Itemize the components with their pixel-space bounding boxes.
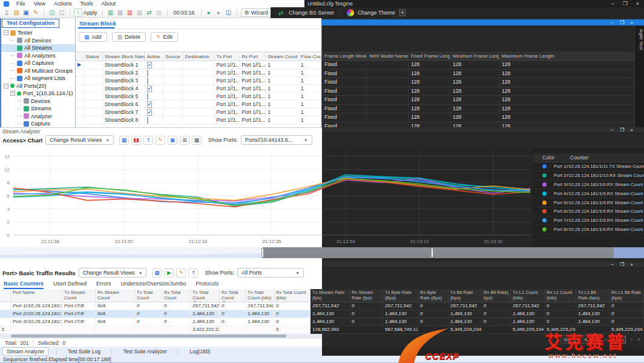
edit-button[interactable]: ✎Edit xyxy=(151,32,178,42)
column-header[interactable]: Frame Length Mode xyxy=(322,52,367,60)
table-row[interactable]: Fixed128128128 xyxy=(322,96,634,105)
close-button[interactable]: × xyxy=(636,1,639,7)
release-ports-icon[interactable]: ▥ xyxy=(126,8,134,17)
legend-row[interactable]: Port 3//10.26.124.181/1/9.RX Stream Coun… xyxy=(533,181,644,190)
export-icon[interactable]: ⇑ xyxy=(143,136,153,145)
tree-item-all-multicast-groups[interactable]: All Multicast Groups xyxy=(1,67,75,75)
column-header[interactable]: Rx L1 Count (bits) xyxy=(545,289,576,302)
column-header[interactable]: Tx Byte Rate (Bps) xyxy=(383,289,418,302)
minimize-button[interactable]: − xyxy=(611,262,614,267)
maximize-button[interactable]: ❐ xyxy=(620,127,624,133)
tree-item-streams[interactable]: Streams xyxy=(1,105,75,113)
table-row[interactable]: StreamBlock 3Port 1//1...Port 1//1...11 xyxy=(76,77,321,85)
save-icon[interactable]: ▣ xyxy=(22,8,30,17)
last-page-button[interactable]: » xyxy=(637,336,640,342)
checkbox-unchecked[interactable] xyxy=(147,70,148,76)
tab-usert-defined[interactable]: Usert Defined xyxy=(53,281,87,289)
column-header[interactable]: Tx Bit Rate (bps) xyxy=(448,289,482,302)
table-row[interactable]: StreamBlock 4✔Port 1//1...Port 1//1...11 xyxy=(76,85,321,93)
tree-item-analyzer[interactable]: Analyzer xyxy=(1,113,75,121)
tree-item-capture[interactable]: Capture xyxy=(1,120,75,128)
checkbox-unchecked[interactable] xyxy=(147,93,148,100)
page-number-input[interactable] xyxy=(611,336,626,344)
tree-item-all-analyzers[interactable]: All Analyzers xyxy=(1,52,75,60)
column-header[interactable]: Rx L1 Bit Rate (bps) xyxy=(610,289,644,302)
clear-icon[interactable]: ✎ xyxy=(176,268,186,278)
column-header[interactable]: Tx Total Count xyxy=(135,289,162,302)
minimize-button[interactable]: − xyxy=(611,1,614,7)
change-result-views-dropdown[interactable]: Change Result Views▼ xyxy=(45,135,114,145)
table-row[interactable]: Fixed128128128 xyxy=(322,87,634,96)
table-row[interactable]: Port 2//10.26.124.181/1/2Port //7/8N/A00… xyxy=(0,310,644,318)
expander-icon[interactable]: − xyxy=(4,84,8,88)
legend-row[interactable]: Port 1//10.26.124.181/1/11.TX Stream Cou… xyxy=(533,162,644,172)
table-row[interactable]: StreamBlock 8Port 1//1...Port 1//1...11 xyxy=(76,116,321,124)
page-size-select[interactable]: 0/page▼ xyxy=(560,335,592,344)
tab-stream-block[interactable]: Stream Block xyxy=(79,20,116,27)
chart-view-icon[interactable]: ▦ xyxy=(119,136,129,145)
table-row[interactable]: Fixed128128128 xyxy=(322,70,634,79)
checkbox-unchecked[interactable] xyxy=(147,117,148,124)
menu-tools[interactable]: Tools xyxy=(80,1,93,7)
tree-item-all-devices[interactable]: All Devices xyxy=(1,37,75,45)
column-header[interactable]: Minimum Frame Length xyxy=(450,52,499,60)
change-result-views-dropdown[interactable]: Change Result Views▼ xyxy=(79,268,147,278)
new-file-icon[interactable]: ▯ xyxy=(2,8,11,17)
tree-item-all-streams[interactable]: All Streams xyxy=(1,44,75,52)
table-row[interactable]: StreamBlock 5Port 1//1...Port 1//1...11 xyxy=(76,93,321,101)
legend-row[interactable]: Port 7//10.26.124.181/1/9.RX Stream Coun… xyxy=(533,216,644,225)
table-row[interactable]: ▶StreamBlock 1✔Port 1//1...Port 1//1...1… xyxy=(76,61,321,69)
column-header[interactable]: Rx Total Count (Bytes) xyxy=(220,289,246,302)
column-header[interactable]: Source xyxy=(163,52,183,61)
table-row[interactable]: Fixed128128128 xyxy=(322,105,634,114)
tree-item-all-captures[interactable]: All Captures xyxy=(1,59,75,67)
tab-protocols[interactable]: Protocols xyxy=(196,281,219,289)
maximize-button[interactable]: ❐ xyxy=(620,20,624,25)
status-tab-test-suite-analyzer[interactable]: Test Suite Analyzer xyxy=(120,348,171,355)
minimize-button[interactable]: − xyxy=(611,20,614,25)
tree-item-tester[interactable]: −Tester xyxy=(1,29,75,37)
maximize-button[interactable]: ❐ xyxy=(620,262,624,267)
connect-server-icon[interactable]: ◫ xyxy=(48,8,56,17)
column-header[interactable]: Flow Count xyxy=(299,52,321,61)
column-header[interactable]: Tx Stream Count xyxy=(62,289,96,302)
start-arm-icon[interactable]: ▸ xyxy=(205,8,214,17)
apply-icon[interactable]: ↑ xyxy=(74,8,82,17)
clear-icon[interactable]: ✎ xyxy=(156,136,165,145)
table-row[interactable]: StreamBlock 2Port 1//1...Port 1//1...11 xyxy=(76,69,321,77)
scrubber-handle-right[interactable] xyxy=(431,248,433,258)
close-button[interactable]: × xyxy=(630,20,633,25)
disconnect-server-icon[interactable]: ◫ xyxy=(58,8,66,17)
ports-dropdown[interactable]: Ports//10.44143.6...▼ xyxy=(241,135,312,145)
stop-arm-icon[interactable]: ▸ xyxy=(215,8,223,17)
ports-b-icon[interactable]: ▥ xyxy=(136,8,144,17)
change-theme-button[interactable]: Change Theme xyxy=(358,10,395,16)
grid-icon[interactable]: ▦ xyxy=(192,136,202,145)
tree-item-devices[interactable]: Devices xyxy=(1,98,75,105)
legend-row[interactable]: Port 4//10.26.124.181/1/9.RX Stream Coun… xyxy=(533,189,644,198)
tab-errors[interactable]: Errors xyxy=(96,281,111,289)
ports-a-icon[interactable]: ▥ xyxy=(116,8,125,17)
column-header[interactable]: Status xyxy=(84,52,103,61)
checkbox-checked[interactable]: ✔ xyxy=(147,109,153,116)
apply-button[interactable]: Apply xyxy=(84,10,97,16)
expander-icon[interactable]: − xyxy=(10,91,15,96)
menu-view[interactable]: View xyxy=(34,1,45,7)
column-header[interactable]: Destination xyxy=(183,52,215,61)
table-row[interactable]: Port 3//10.26.124.181/1/3Port //7/8N/A00… xyxy=(0,318,644,326)
menu-actions[interactable]: Actions xyxy=(54,1,72,7)
tab-test-configuration[interactable]: Test Configuration xyxy=(2,19,59,28)
table-row[interactable]: Fixed128128128 xyxy=(322,61,634,70)
swap-ports-icon[interactable]: ⇄ xyxy=(145,8,154,17)
change-theme-dropdown[interactable]: ▾ xyxy=(399,9,406,16)
minimize-button[interactable]: − xyxy=(611,127,614,133)
table-row[interactable]: StreamBlock 6✔Port 1//1...Port 1//1...11 xyxy=(76,101,321,108)
ports-dropdown[interactable]: All Ports▼ xyxy=(237,268,304,278)
column-header[interactable]: Tx Stream Rate (fps) xyxy=(310,289,350,302)
column-header[interactable]: Tx Total Count (bits) xyxy=(246,289,274,302)
expander-icon[interactable]: − xyxy=(4,30,8,35)
next-page-button[interactable]: › xyxy=(631,336,632,342)
tree-item-all-segment-lists[interactable]: All segment Lists xyxy=(1,75,75,82)
database-icon[interactable]: ◫ xyxy=(225,8,233,17)
scrubber-selection[interactable] xyxy=(263,247,614,258)
